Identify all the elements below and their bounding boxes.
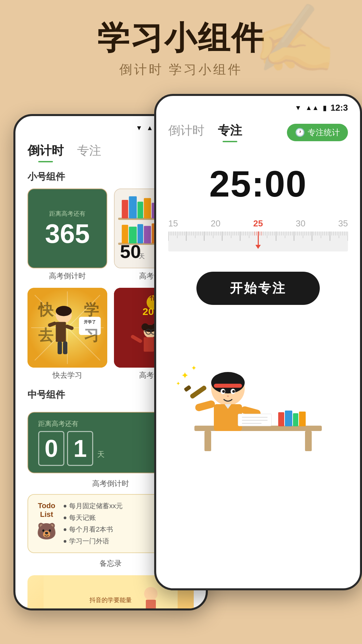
quick-study-illustration: 开学了 快 学 去 习 xyxy=(27,288,107,368)
tab-countdown[interactable]: 倒计时 xyxy=(27,143,64,162)
widget-label-1: 高考倒计时 xyxy=(27,271,107,281)
svg-rect-194 xyxy=(238,414,272,426)
svg-text:快: 快 xyxy=(38,301,54,318)
timer-display: 25:00 xyxy=(156,162,360,205)
start-focus-button[interactable]: 开始专注 xyxy=(196,272,320,305)
right-tab-bar: 倒计时 专注 🕐 专注统计 xyxy=(156,116,360,142)
svg-rect-187 xyxy=(194,399,216,412)
medium-unit: 天 xyxy=(97,449,105,460)
right-phone: ▼ ▲▲ ▮ 12:3 倒计时 专注 🕐 专注统计 25:00 15 20 xyxy=(154,94,362,590)
phones-container: ▼ ▲▲ ▮ 12:30 倒计时 专注 小号组件 距离高考还有 365 xyxy=(0,94,362,644)
ruler-indicator xyxy=(255,231,261,249)
app-header: ✍ 学习小组件 倒计时 学习小组件 xyxy=(0,0,362,92)
widget-label-3: 快去学习 xyxy=(27,370,107,380)
ruler-red-line xyxy=(258,231,259,245)
svg-rect-172 xyxy=(204,431,211,451)
svg-rect-173 xyxy=(305,431,312,451)
right-time: 12:3 xyxy=(330,103,348,113)
medium-day1: 0 xyxy=(38,431,64,466)
widget-col-1: 距离高考还有 365 高考倒计时 xyxy=(27,189,107,281)
svg-text:抖音的学要能量: 抖音的学要能量 xyxy=(89,597,132,603)
svg-rect-14 xyxy=(144,226,151,244)
svg-point-184 xyxy=(232,390,235,393)
ruler-triangle xyxy=(255,245,261,249)
svg-rect-171 xyxy=(194,426,322,431)
ruler-num-25: 25 xyxy=(253,218,263,229)
svg-point-179 xyxy=(211,372,245,393)
svg-rect-190 xyxy=(184,385,191,392)
medium-day2: 1 xyxy=(67,431,93,466)
ruler-container[interactable]: 15 20 25 30 35 // Will be generated in J… xyxy=(156,218,360,252)
ruler-num-20: 20 xyxy=(211,218,221,229)
clock-icon: 🕐 xyxy=(295,128,305,137)
svg-text:去: 去 xyxy=(38,327,54,344)
focus-stats-button[interactable]: 🕐 专注统计 xyxy=(287,124,348,141)
svg-rect-36 xyxy=(63,341,67,354)
svg-text:✦: ✦ xyxy=(191,364,197,372)
svg-rect-175 xyxy=(285,411,292,426)
widget-col-3: 开学了 快 学 去 习 快去学习 xyxy=(27,288,107,380)
book-days: 50 xyxy=(120,240,141,262)
todo-title: TodoList xyxy=(38,501,55,519)
tab-focus-right[interactable]: 专注 xyxy=(218,122,242,142)
todo-dot-3 xyxy=(64,528,66,531)
svg-rect-189 xyxy=(189,385,207,399)
gaokao-top-label: 距离高考还有 xyxy=(49,210,85,218)
svg-rect-35 xyxy=(58,341,62,354)
right-battery-icon: ▮ xyxy=(323,104,326,112)
svg-text:学: 学 xyxy=(84,301,99,318)
ruler-ticks-area[interactable]: // Will be generated in JS below xyxy=(168,231,348,252)
gaokao-days: 365 xyxy=(45,220,89,247)
todo-bear-icon: 🐻 xyxy=(37,522,57,541)
svg-point-183 xyxy=(222,390,225,393)
character-area: ✦ ✦ ✦ xyxy=(156,318,360,452)
todo-left-section: TodoList 🐻 xyxy=(35,501,58,546)
svg-rect-32 xyxy=(56,322,66,342)
svg-rect-49 xyxy=(144,337,154,352)
svg-rect-176 xyxy=(293,413,298,426)
svg-point-67 xyxy=(144,587,158,600)
ruler-num-30: 30 xyxy=(296,218,305,229)
todo-dot-4 xyxy=(64,540,66,543)
book-unit: 天 xyxy=(139,252,145,260)
svg-rect-5 xyxy=(137,202,143,218)
widget-quick-study[interactable]: 开学了 快 学 去 习 xyxy=(27,288,107,368)
wifi-icon: ▼ xyxy=(136,124,142,132)
todo-dot-1 xyxy=(64,505,66,507)
ruler-num-15: 15 xyxy=(168,218,178,229)
svg-text:开学了: 开学了 xyxy=(83,320,96,324)
right-signal-icon: ▲▲ xyxy=(305,104,319,112)
tab-countdown-right[interactable]: 倒计时 xyxy=(168,122,204,142)
svg-rect-6 xyxy=(144,198,151,219)
ruler-num-35: 35 xyxy=(338,218,348,229)
bg-decoration: ✍ xyxy=(228,0,362,101)
svg-rect-180 xyxy=(214,384,242,388)
svg-rect-174 xyxy=(278,412,284,426)
svg-point-37 xyxy=(56,306,72,316)
right-wifi-icon: ▼ xyxy=(295,104,302,112)
svg-point-185 xyxy=(227,395,229,397)
svg-rect-177 xyxy=(299,412,306,426)
svg-rect-68 xyxy=(146,600,156,610)
right-status-bar: ▼ ▲▲ ▮ 12:3 xyxy=(156,96,360,116)
ruler-numbers: 15 20 25 30 35 xyxy=(168,218,348,229)
svg-text:✦: ✦ xyxy=(181,370,189,381)
svg-line-55 xyxy=(144,331,146,332)
svg-text:✦: ✦ xyxy=(176,381,180,386)
svg-text:习: 习 xyxy=(84,327,99,344)
character-illustration: ✦ ✦ ✦ xyxy=(156,318,360,452)
widget-gaokao-green[interactable]: 距离高考还有 365 xyxy=(27,189,107,268)
svg-rect-4 xyxy=(129,196,137,218)
svg-rect-3 xyxy=(122,200,128,218)
todo-dot-2 xyxy=(64,517,66,519)
tab-focus-left[interactable]: 专注 xyxy=(77,143,101,162)
